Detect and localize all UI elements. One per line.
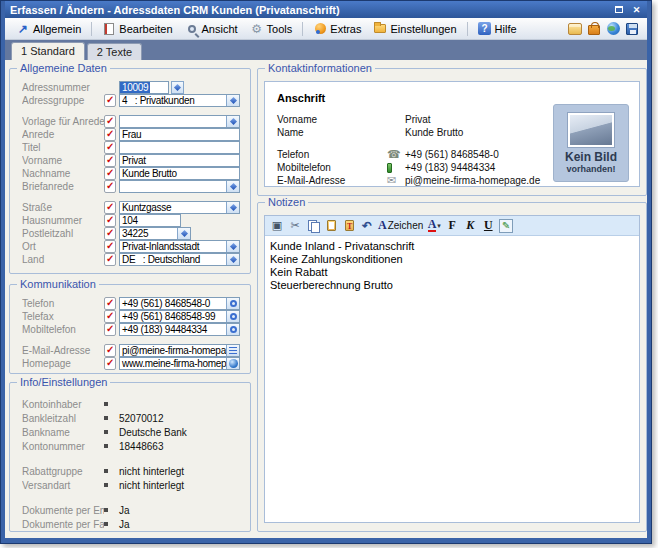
- dropdown-button[interactable]: [226, 254, 239, 265]
- italic-button[interactable]: K: [463, 218, 477, 234]
- menu-bearbeiten[interactable]: Bearbeiten: [97, 20, 177, 38]
- validate-check-icon[interactable]: [104, 344, 116, 357]
- field-nachname: Nachname Kunde Brutto: [22, 167, 240, 180]
- validate-check-icon[interactable]: [104, 227, 116, 240]
- vorlage-combo[interactable]: [119, 115, 240, 128]
- bold-button[interactable]: F: [445, 218, 459, 234]
- dial-button[interactable]: [226, 298, 239, 309]
- bullet-icon: [104, 522, 108, 526]
- pencil-icon: ✎: [499, 219, 513, 233]
- menu-hilfe[interactable]: ? Hilfe: [473, 20, 522, 38]
- validate-check-icon[interactable]: [104, 297, 116, 310]
- paste-text-icon[interactable]: [342, 218, 356, 234]
- dropdown-button[interactable]: [226, 95, 239, 106]
- menu-ansicht[interactable]: Ansicht: [180, 20, 243, 38]
- vorname-input[interactable]: Privat: [119, 154, 240, 167]
- email-input[interactable]: pi@meine-firma-homepage.de: [119, 344, 240, 357]
- paste-icon[interactable]: [324, 218, 338, 234]
- save-icon[interactable]: [625, 22, 639, 36]
- menu-allgemein[interactable]: ↗ Allgemein: [11, 20, 86, 38]
- input-value: +49 (183) 94484334: [120, 324, 226, 335]
- orange-ball-icon: [313, 22, 327, 36]
- validate-check-icon[interactable]: [104, 94, 116, 107]
- validate-check-icon[interactable]: [104, 141, 116, 154]
- note-line: Kein Rabatt: [270, 266, 634, 279]
- telefax-input[interactable]: +49 (561) 8468548-99: [119, 310, 240, 323]
- contact-label: Mobiltelefon: [277, 162, 387, 173]
- dial-button[interactable]: [226, 311, 239, 322]
- character-a-icon: A: [378, 218, 387, 233]
- info-value: nicht hinterlegt: [119, 466, 184, 477]
- cut-icon[interactable]: ✂: [288, 218, 302, 234]
- strasse-combo[interactable]: Kuntzgasse: [119, 201, 240, 214]
- adressgruppe-combo[interactable]: 4 : Privatkunden: [119, 94, 240, 107]
- window-titlebar[interactable]: Erfassen / Ändern - Adressdaten CRM Kund…: [5, 1, 647, 18]
- contact-label: E-Mail-Adresse: [277, 175, 387, 186]
- validate-check-icon[interactable]: [104, 128, 116, 141]
- validate-check-icon[interactable]: [104, 240, 116, 253]
- validate-check-icon[interactable]: [104, 115, 116, 128]
- validate-check-icon[interactable]: [104, 154, 116, 167]
- restore-button[interactable]: [611, 3, 626, 16]
- copy-icon[interactable]: [306, 218, 320, 234]
- notes-textarea[interactable]: Kunde Inland - Privatanschrift Keine Zah…: [265, 236, 639, 522]
- adressnummer-input[interactable]: 10009: [119, 81, 169, 94]
- validate-check-icon[interactable]: [104, 323, 116, 336]
- input-value: 104: [120, 215, 180, 226]
- dropdown-button[interactable]: [226, 116, 239, 127]
- mobiltelefon-input[interactable]: +49 (183) 94484334: [119, 323, 240, 336]
- validate-check-icon[interactable]: [104, 167, 116, 180]
- dropdown-button[interactable]: [177, 228, 190, 239]
- email-action-button[interactable]: [226, 345, 239, 356]
- undo-icon[interactable]: ↶: [360, 218, 374, 234]
- menu-einstellungen[interactable]: Einstellungen: [368, 20, 461, 38]
- briefanrede-combo[interactable]: [119, 180, 240, 193]
- contact-heading: Anschrift: [277, 92, 627, 104]
- menu-extras[interactable]: Extras: [308, 20, 366, 38]
- dial-button[interactable]: [226, 324, 239, 335]
- validate-check-icon[interactable]: [104, 357, 116, 370]
- bag-icon[interactable]: [587, 22, 601, 36]
- dial-icon: [230, 313, 237, 320]
- plz-combo[interactable]: 34225: [119, 227, 191, 240]
- homepage-input[interactable]: www.meine-firma-homepage.de: [119, 357, 240, 370]
- no-image-subtext: vorhanden!: [554, 164, 628, 174]
- dropdown-diamond-icon: [180, 230, 187, 237]
- validate-check-icon[interactable]: [104, 253, 116, 266]
- info-label: Bankleitzahl: [22, 413, 104, 424]
- dropdown-button[interactable]: [226, 202, 239, 213]
- dropdown-button[interactable]: [226, 181, 239, 192]
- titel-input[interactable]: [119, 141, 240, 154]
- anrede-input[interactable]: Frau: [119, 128, 240, 141]
- insert-character-button[interactable]: A Zeichen: [378, 218, 423, 234]
- nachname-input[interactable]: Kunde Brutto: [119, 167, 240, 180]
- no-image-placeholder[interactable]: Kein Bild vorhanden!: [553, 104, 629, 182]
- font-color-button[interactable]: A ▾: [427, 218, 441, 234]
- note-window-icon[interactable]: ▣: [270, 218, 284, 234]
- tab-texte[interactable]: 2 Texte: [87, 43, 142, 60]
- open-homepage-button[interactable]: [226, 358, 239, 369]
- land-combo[interactable]: DE : Deutschland: [119, 253, 240, 266]
- hausnummer-input[interactable]: 104: [119, 214, 181, 227]
- edit-note-button[interactable]: ✎: [499, 218, 513, 234]
- field-email: E-Mail-Adresse pi@meine-firma-homepage.d…: [22, 344, 240, 357]
- globe-icon[interactable]: [606, 22, 620, 36]
- telefon-input[interactable]: +49 (561) 8468548-0: [119, 297, 240, 310]
- close-button[interactable]: ✕: [629, 3, 644, 16]
- validate-check-icon[interactable]: [104, 201, 116, 214]
- validate-check-icon[interactable]: [104, 180, 116, 193]
- ort-combo[interactable]: Privat-Inlandsstadt: [119, 240, 240, 253]
- info-bankleitzahl: Bankleitzahl 52070012: [22, 411, 240, 425]
- adressnummer-lookup-button[interactable]: [171, 81, 184, 94]
- validate-check-icon[interactable]: [104, 310, 116, 323]
- dropdown-button[interactable]: [226, 241, 239, 252]
- input-value: Frau: [120, 129, 239, 140]
- menu-tools[interactable]: ⚙ Tools: [245, 20, 298, 38]
- spacer: [22, 107, 240, 115]
- info-label: Kontoinhaber: [22, 399, 104, 410]
- address-card-icon[interactable]: [568, 22, 582, 36]
- validate-check-icon[interactable]: [104, 214, 116, 227]
- tab-standard[interactable]: 1 Standard: [11, 42, 85, 60]
- field-ort: Ort Privat-Inlandsstadt: [22, 240, 240, 253]
- underline-button[interactable]: U: [481, 218, 495, 234]
